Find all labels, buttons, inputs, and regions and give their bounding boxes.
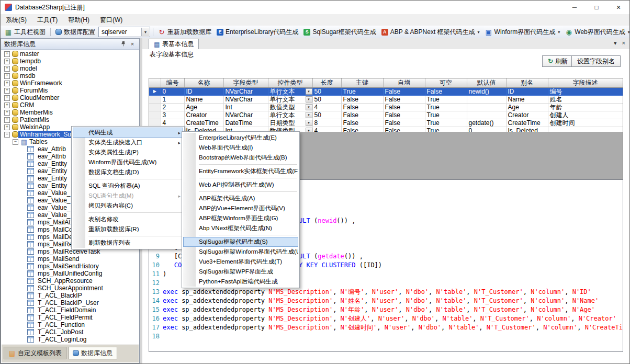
context-menu-item[interactable]: 重新加载数据库(R): [73, 224, 183, 234]
tree-item-database[interactable]: +model: [1, 65, 139, 72]
grid-cell[interactable]: NVarChar: [223, 88, 268, 96]
tab-close-icon[interactable]: ×: [622, 40, 625, 47]
db-config-button[interactable]: 数据库配置: [53, 27, 97, 38]
abp-gen-button[interactable]: AABP & ABPNext 框架代码生成▾: [379, 27, 482, 38]
column-header[interactable]: 字段类型: [223, 78, 268, 88]
chevron-down-icon[interactable]: ▾: [628, 30, 630, 35]
context-menu-item[interactable]: 刷新数据库列表: [73, 238, 183, 248]
context-menu-item[interactable]: 实体类生成快速入口▸: [73, 138, 183, 147]
column-header[interactable]: 字段描述: [548, 78, 623, 88]
combo-dropdown-icon[interactable]: [306, 104, 312, 110]
grid-cell[interactable]: Creator: [506, 111, 548, 119]
grid-cell[interactable]: 姓名: [548, 96, 623, 104]
submenu-item[interactable]: Bootstrap的Web界面代码生成(B): [183, 153, 298, 163]
sqlsugar-gen-button[interactable]: SSqlSugar框架代码生成: [301, 27, 378, 38]
context-menu-item[interactable]: 实体类属性生成(P): [73, 147, 183, 157]
grid-cell[interactable]: False: [341, 96, 383, 104]
grid-cell[interactable]: NVarChar: [223, 111, 268, 119]
close-button[interactable]: ×: [608, 1, 629, 14]
grid-cell[interactable]: False: [341, 127, 383, 132]
tree-item-database[interactable]: +PatientMis: [1, 116, 139, 123]
grid-cell[interactable]: True: [425, 119, 467, 127]
tab-table-basic-info[interactable]: 表基本信息: [149, 39, 199, 49]
grid-cell[interactable]: True: [425, 96, 467, 104]
tree-item-table[interactable]: T_ACL_Function: [1, 321, 139, 328]
grid-cell[interactable]: 50: [312, 88, 341, 96]
bottom-tab-active[interactable]: 数据库信息: [68, 347, 117, 359]
tree-item-database[interactable]: +CloudMember: [1, 94, 139, 101]
submenu-item[interactable]: SqlSugar框架WPF界面生成: [183, 267, 298, 277]
row-selector[interactable]: [149, 104, 161, 111]
column-header[interactable]: 编号: [161, 78, 184, 88]
grid-cell[interactable]: 4: [312, 127, 341, 132]
grid-cell[interactable]: False: [341, 111, 383, 119]
submenu-item[interactable]: ABP框架Winform界面生成(G): [183, 213, 298, 223]
grid-cell[interactable]: False: [383, 127, 425, 132]
grid-cell[interactable]: False: [383, 119, 425, 127]
tree-item-database[interactable]: +tempdb: [1, 58, 139, 65]
grid-cell[interactable]: [467, 96, 506, 104]
winform-gen-button[interactable]: ▣Winform界面代码生成▾: [483, 27, 562, 38]
expander-icon[interactable]: +: [4, 110, 10, 116]
maximize-button[interactable]: □: [586, 1, 608, 14]
grid-cell[interactable]: Int: [223, 104, 268, 111]
context-menu-item[interactable]: SQL语句生成(M)▸: [73, 191, 183, 201]
grid-cell[interactable]: Creator: [184, 111, 223, 119]
enterpriselibrary-gen-button[interactable]: EEnterpriseLibrary代码生成: [215, 27, 300, 38]
column-header[interactable]: 可空: [425, 78, 467, 88]
grid-cell[interactable]: 编号: [548, 88, 623, 96]
grid-cell[interactable]: 创建时间: [548, 119, 623, 127]
grid-cell[interactable]: 2: [161, 104, 184, 111]
grid-row[interactable]: 3CreatorNVarChar单行文本50FalseFalseTrueCrea…: [149, 111, 623, 119]
menubar-item[interactable]: 帮助(H): [63, 14, 95, 26]
column-header[interactable]: 主键: [341, 78, 383, 88]
grid-cell[interactable]: True: [425, 104, 467, 111]
grid-cell[interactable]: getdate(): [467, 119, 506, 127]
grid-cell[interactable]: Age: [184, 104, 223, 111]
grid-cell[interactable]: 0: [161, 88, 184, 96]
grid-cell[interactable]: True: [341, 88, 383, 96]
grid-cell[interactable]: 日期类型: [268, 119, 312, 127]
expander-icon[interactable]: +: [4, 66, 10, 72]
grid-cell[interactable]: [467, 111, 506, 119]
expander-icon[interactable]: +: [4, 59, 10, 64]
grid-cell[interactable]: 50: [312, 96, 341, 104]
tree-item-table[interactable]: T_ACL_FieldDomain: [1, 306, 139, 314]
row-selector[interactable]: [149, 111, 161, 119]
grid-cell[interactable]: False: [383, 96, 425, 104]
grid-cell[interactable]: False: [383, 104, 425, 111]
submenu-item[interactable]: Python+FastApi后端代码生成: [183, 277, 298, 287]
tree-item-table[interactable]: SCH_UserAppointment: [1, 285, 139, 292]
grid-cell[interactable]: 创建人: [548, 111, 623, 119]
grid-cell[interactable]: CreateTime: [184, 119, 223, 127]
expander-icon[interactable]: −: [13, 139, 18, 145]
combo-dropdown-icon[interactable]: [306, 120, 312, 126]
submenu-item[interactable]: Web界面代码生成(I): [183, 143, 298, 153]
grid-row[interactable]: ▶0IDNVarChar单行文本50TrueFalseFalsenewid()I…: [149, 88, 623, 96]
column-header[interactable]: 默认值: [467, 78, 506, 88]
menubar-item[interactable]: 窗口(W): [95, 14, 128, 26]
bottom-tab-inactive[interactable]: ▤自定义模板列表: [4, 347, 66, 359]
expander-icon[interactable]: +: [4, 81, 10, 86]
grid-cell[interactable]: Name: [506, 96, 548, 104]
submenu-item[interactable]: SqlSugar框架Winform界面代码生成(U): [183, 247, 298, 257]
expander-icon[interactable]: −: [4, 132, 10, 138]
grid-cell[interactable]: DateTime: [223, 119, 268, 127]
combo-dropdown-icon[interactable]: [306, 96, 312, 103]
panel-close-icon[interactable]: ×: [129, 40, 136, 48]
grid-cell[interactable]: False: [425, 88, 467, 96]
submenu-item[interactable]: ABP框架代码生成(A): [183, 194, 298, 203]
grid-cell[interactable]: Age: [506, 104, 548, 111]
grid-cell[interactable]: 4: [312, 104, 341, 111]
grid-cell[interactable]: [467, 104, 506, 111]
tree-item-table[interactable]: mps_MailSendHistory: [1, 263, 139, 270]
grid-cell[interactable]: 50: [312, 111, 341, 119]
chevron-down-icon[interactable]: ▾: [478, 30, 480, 35]
tree-item-table[interactable]: mps_MailSend: [1, 255, 139, 263]
toolbar-view-button[interactable]: ▦工具栏视图: [3, 27, 48, 38]
expander-icon[interactable]: +: [4, 95, 10, 101]
tree-item-table[interactable]: T_ACL_BlackIP_User: [1, 299, 139, 306]
context-menu-item[interactable]: 数据库文档生成(D): [73, 167, 183, 177]
grid-cell[interactable]: 年龄: [548, 104, 623, 111]
tab-list-dropdown-icon[interactable]: ▾: [614, 40, 617, 47]
